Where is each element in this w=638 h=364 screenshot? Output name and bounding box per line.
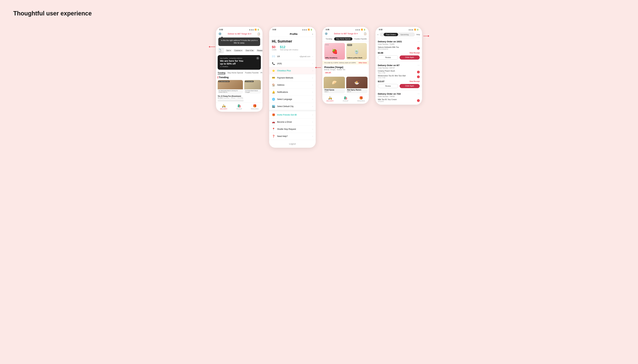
menu-list: ✉️ UX r@gmail.com › 📞 (416) › [269,53,316,140]
nav-delivery-label-3: DELIVERY [326,100,334,102]
menu-city[interactable]: 🏙️ Select Default City › [269,103,316,110]
wifi-icon-3: 📶 [361,29,363,30]
menu-language[interactable]: 🌐 Select Language › [269,96,316,103]
food-card-2[interactable]: C2 Fresh Beef C2 Fresh Beef Sliced Conge… [244,80,261,94]
order-3-num: Order Number: T4KND [378,96,420,98]
order-3-dots[interactable]: ··· [418,92,420,95]
close-button[interactable]: ✕ [256,57,259,60]
menu-shuttle[interactable]: 📍 Shuttle Stop Request › [269,126,316,133]
food-grid-gyoza[interactable]: 🥟 Fried Gyoza 饺饺子 [324,77,345,93]
menu-phone-label: (416) [277,62,310,65]
menu-driver[interactable]: 🚗 Become a Driver › [269,118,316,126]
menu-help[interactable]: ❓ Need Help? › [269,133,316,140]
tab-pri[interactable]: Pri [261,72,262,74]
bottom-nav-1: 🛵 DELIVERY 🛍️ PICKUP 🎁 REWARDS [216,102,262,112]
tab-upcoming[interactable]: Upcoming [398,33,411,36]
logout-button[interactable]: Logout [269,140,316,148]
arrowhead-screen3 [315,67,316,68]
tab-trending-3[interactable]: Trending [324,37,334,40]
order-1-price: $3.98 [378,52,383,54]
rest-sub: 鮮茶道 (Yonge) · Bubble Tea [324,68,367,71]
cuisines-filter[interactable]: Cuisines ▾ [233,49,243,52]
phone-icon: 📞 [272,62,275,65]
help-link[interactable]: Help [416,34,420,36]
wifi-icon-2: 📶 [308,29,310,30]
battery-icon-2: 🔋 [310,29,312,30]
menu-chowbus-plus[interactable]: ⭐ Chowbus Plus › [269,67,316,74]
order-1-item: Sakura Hokkaido Milk Tea 樱花北海道奶茶 [378,46,399,50]
nav-delivery-3[interactable]: 🛵 DELIVERY [322,96,338,102]
tab-foodies[interactable]: Foodies Favorite [245,72,259,74]
order-1-review-btn[interactable]: Review [378,56,398,60]
ramen-name: Red Spicy Ramen [347,89,367,91]
order-1-badge: 1 [417,47,420,50]
wifi-icon-4: 📶 [414,29,416,30]
screen3-phone: 3:35 ▲▲▲ 📶 🔋 ⚙️ Deliver to 887 Yonge St … [322,27,369,104]
rewards-filter[interactable]: Rewards [256,49,262,52]
promo-small: stay healthy · contactless delivery [220,58,258,59]
order-2-item1: Creamy Peach Slush 雪盐小芋圆 [378,70,395,74]
chowbus-logo: 🍴 chowbus [220,66,258,68]
order-1-receipt[interactable]: View Receipt [409,52,420,54]
rest-address[interactable]: Deliver to 887 Yonge St ▾ [329,32,362,35]
order-2-dots[interactable]: ··· [418,64,420,67]
menu-city-label: Select Default City [277,105,310,108]
address-tooltip: Is this the right address? It looks like… [218,38,260,46]
food-grid-ramen[interactable]: 🍜 Red Spicy Ramen 唐辛木 [346,77,368,93]
menu-notifications[interactable]: 🔔 Notifications › [269,89,316,96]
nav-rewards-label: REWARDS [251,108,258,110]
nav-rewards-3[interactable]: 🎁 REWARDS [353,96,369,102]
restaurant-card[interactable]: Yin Ji Chang Fen (Downtown) 猪记肠粉 Downtow… [216,94,262,102]
order-2-reorder-btn[interactable]: Order Again [400,84,420,88]
screen1-phone: 3:32 ▲▲▲ 📶 🔋 ⚙️ Deliver to 887 Yonge St … [216,27,262,112]
nav-pickup-3[interactable]: 🛍️ PICKUP [338,96,353,102]
ramen-sub: 唐辛木 [347,91,367,92]
nav-pickup[interactable]: 🛍️ PICKUP [231,104,247,110]
order-2-title: Delivery Order on 8/7 [378,64,400,66]
rest-settings-icon[interactable]: ⚙️ [325,32,328,35]
menu-driver-label: Become a Driver [277,121,310,123]
profile-forward-icon[interactable]: › [312,33,313,35]
order-2-receipt[interactable]: View Receipt [409,80,420,82]
settings-icon[interactable]: ⚙️ [218,32,222,35]
delivery-address[interactable]: Deliver to 887 Yonge St ▾ [223,33,256,35]
back-icon-4[interactable]: ‹ [378,33,378,36]
receipt-icon[interactable]: 📋 [257,32,260,35]
menu-invite[interactable]: 🎁 Invite Friends Get $5 › [269,111,316,118]
chevron-address: › [312,84,313,86]
nav-rewards[interactable]: 🎁 REWARDS [247,104,262,110]
promo-big: We are here for Youup to 50% off [220,60,258,65]
food-desc-1: R1 Marinaded Beef & Shrimp W. Chives Ric… [219,90,242,93]
menu-email-label: UX [277,55,297,58]
search-input[interactable]: 🔍 Se... [218,48,224,54]
rest-receipt-icon[interactable]: 📋 [364,32,367,35]
profile-header: Profile › [269,31,316,37]
order-2-item2-row: Wintermelon Tea W. Mini Taro Ball 冬瓜小芋圆 … [378,75,420,79]
sort-filter[interactable]: Sort ▾ [225,49,232,52]
order-2-review-btn[interactable]: Review [378,84,398,88]
menu-address[interactable]: 🏠 Address › [269,82,316,89]
order-2-title-row: Delivery Order on 8/7 ··· [378,64,420,67]
chevron-city: › [312,105,313,108]
order-1-reorder-btn[interactable]: Order Again [400,56,420,60]
chevron-help: › [312,135,313,138]
signal-icon-4: ▲▲▲ [408,29,413,30]
drink-card-strawberry[interactable]: 🍓 鲜茶道 Milky Strawberry [324,43,345,60]
food-card-1[interactable]: R1 Marinaded Beef R1 Marinaded Beef & Sh… [218,80,243,94]
order-1: Delivery Order on 10/21 ··· Order Number… [376,38,422,62]
order-1-dots[interactable]: ··· [418,40,420,43]
tab-stayhome[interactable]: Stay-Home Special [227,72,243,74]
order-2-price: $13.07 [378,80,385,83]
nav-delivery[interactable]: 🛵 DELIVERY [216,104,231,110]
tab-stayhome-3[interactable]: Stay-Home Special [334,37,352,40]
drink-card-lychee[interactable]: 🍵 鲜茶道 Sakura Lychee Slush [346,43,367,60]
time-1: 3:32 [219,28,223,30]
tab-foodies-3[interactable]: Foodies Favorite [352,37,369,40]
other-times-link[interactable]: Other times [359,62,367,64]
tab-trending[interactable]: Trending [218,72,225,74]
rating-filter[interactable]: Over 4.5★ [244,49,255,52]
tab-past-orders[interactable]: Past Orders [384,33,398,36]
category-tabs: Trending Stay-Home Special Foodies Favor… [216,71,262,75]
restaurant-meta: 猪记肠粉 Downtown · Chinese · 4.7★ (252) [218,97,261,99]
menu-payment[interactable]: 💳 Payment Methods › [269,74,316,82]
